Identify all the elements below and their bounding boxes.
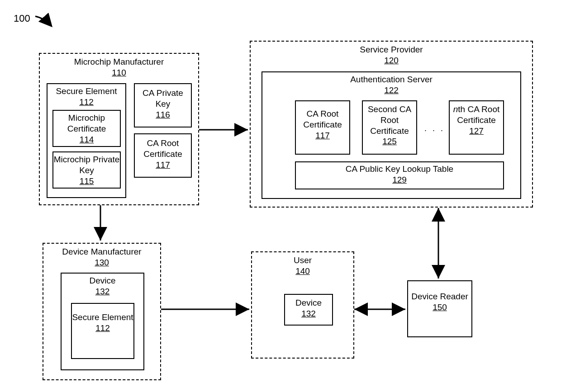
arrows-layer <box>0 0 561 392</box>
